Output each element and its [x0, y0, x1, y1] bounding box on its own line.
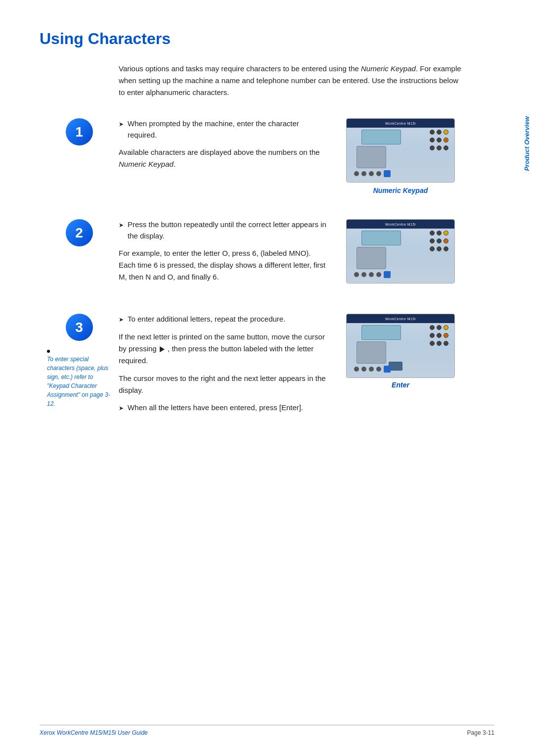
machine-display-3 [361, 325, 401, 340]
sidebar-label-text: Product Overview [523, 116, 531, 171]
step-1-sub-text: Available characters are displayed above… [119, 146, 326, 170]
key-dot-orange [444, 138, 448, 142]
machine-inner-1: WorkCentre M15i [347, 119, 454, 182]
key-dot [430, 130, 435, 135]
machine-image-2: WorkCentre M15i [346, 219, 455, 284]
page-container: Product Overview Using Characters Variou… [0, 0, 534, 756]
machine-image-3: WorkCentre M15i [346, 314, 455, 378]
step-3-caption: Enter [392, 381, 409, 389]
bottom-dot [369, 171, 374, 176]
step-3-sub-text-2: The cursor moves to the right and the ne… [119, 373, 326, 396]
keypad-row3 [430, 145, 448, 150]
keypad-row1-3 [430, 325, 448, 330]
key-dot [437, 145, 442, 150]
step-2-content: Press the button repeatedly until the co… [119, 219, 326, 289]
step-3-sub-text-1: If the next letter is printed on the sam… [119, 331, 326, 367]
machine-inner-2: WorkCentre M15i [347, 220, 454, 283]
machine-image-1: WorkCentre M15i [346, 118, 455, 183]
step-2-number-col: 2 [40, 219, 119, 246]
keypad-row1-2 [430, 231, 448, 236]
bottom-dot [354, 171, 359, 176]
keypad-row2-3 [430, 333, 448, 338]
machine-header-1: WorkCentre M15i [347, 119, 454, 128]
keypad-row3-2 [430, 246, 448, 251]
step-2-circle: 2 [66, 219, 93, 246]
keypad-row1 [430, 130, 448, 135]
step-2-section: 2 Press the button repeatedly until the … [40, 219, 494, 289]
step-1-content: When prompted by the machine, enter the … [119, 118, 326, 176]
step-3-section: 3 To enter special characters (space, pl… [40, 314, 494, 419]
step-3-bullet-2: When all the letters have been entered, … [119, 402, 326, 414]
machine-header-2: WorkCentre M15i [347, 220, 454, 229]
machine-display-1 [361, 130, 401, 144]
keypad-row2 [430, 138, 448, 142]
key-dot [430, 145, 435, 150]
side-note-dot [47, 350, 50, 353]
bottom-row-2 [354, 271, 391, 278]
machine-inner-3: WorkCentre M15i [347, 314, 454, 378]
key-dot [444, 145, 448, 150]
intro-text: Various options and tasks may require ch… [119, 63, 465, 98]
step-1-image-col: WorkCentre M15i [346, 118, 455, 194]
key-dot [437, 130, 442, 135]
step-3-number-col: 3 To enter special characters (space, pl… [40, 314, 119, 408]
bottom-row-3 [354, 366, 391, 373]
machine-center-1 [356, 146, 386, 168]
footer-left-text: Xerox WorkCentre M15/M15i User Guide [40, 729, 148, 736]
step-3-side-note: To enter special characters (space, plus… [47, 350, 111, 408]
step-3-bullet-1: To enter additional letters, repeat the … [119, 314, 326, 325]
sidebar-label: Product Overview [519, 99, 534, 188]
page-title: Using Characters [40, 30, 494, 48]
footer-right-text: Page 3-11 [467, 729, 494, 736]
key-dot-yellow [444, 130, 448, 135]
key-dot [430, 138, 435, 142]
machine-center-2 [356, 247, 386, 269]
step-1-bullet-1: When prompted by the machine, enter the … [119, 118, 326, 141]
step-1-caption: Numeric Keypad [373, 187, 428, 194]
key-dot [437, 138, 442, 142]
step-3-circle: 3 [66, 314, 93, 341]
machine-display-2 [361, 231, 401, 245]
keypad-row2-2 [430, 238, 448, 243]
step-2-image-col: WorkCentre M15i [346, 219, 455, 284]
step-1-number-col: 1 [40, 118, 119, 145]
machine-center-3 [356, 341, 386, 364]
machine-header-3: WorkCentre M15i [347, 314, 454, 323]
bottom-dot-blue [384, 170, 391, 177]
step-1-section: 1 When prompted by the machine, enter th… [40, 118, 494, 194]
keypad-row3-3 [430, 341, 448, 346]
step-2-sub-text: For example, to enter the letter O, pres… [119, 247, 326, 283]
arrow-icon [160, 346, 165, 352]
bottom-dot [361, 171, 366, 176]
bottom-dot [376, 171, 381, 176]
step-3-content: To enter additional letters, repeat the … [119, 314, 326, 419]
page-footer: Xerox WorkCentre M15/M15i User Guide Pag… [40, 725, 494, 736]
bottom-row-1 [354, 170, 391, 177]
step-1-circle: 1 [66, 118, 93, 145]
enter-button-indicator [389, 362, 402, 371]
step-2-bullet-1: Press the button repeatedly until the co… [119, 219, 326, 241]
step-3-image-col: WorkCentre M15i [346, 314, 455, 389]
